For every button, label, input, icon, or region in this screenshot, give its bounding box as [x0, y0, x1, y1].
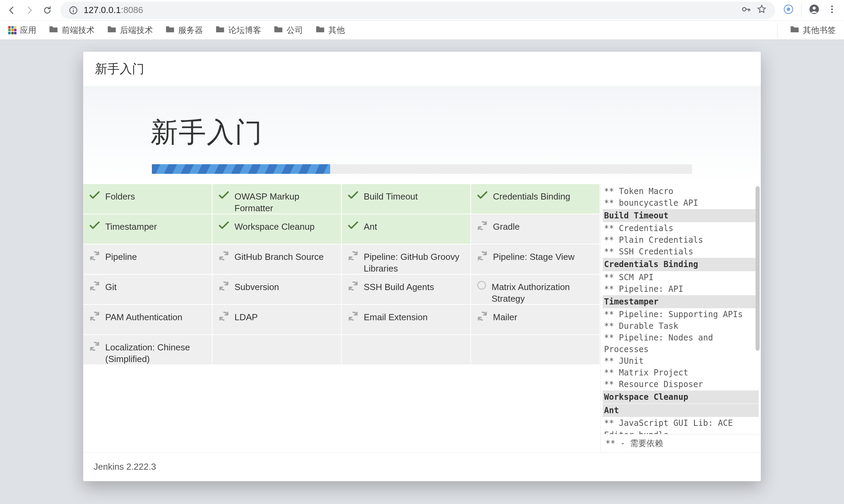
address-bar[interactable]: 127.0.0.1:8086: [60, 2, 775, 19]
scrollbar-thumb[interactable]: [756, 186, 760, 351]
plugin-cell: Ant: [342, 214, 471, 244]
folder-icon: [274, 25, 283, 35]
plugin-cell: Git: [83, 275, 213, 305]
svg-rect-2: [73, 8, 74, 9]
folder-icon: [49, 25, 58, 35]
svg-point-5: [787, 8, 790, 11]
star-icon[interactable]: [757, 4, 767, 16]
loading-icon: [477, 251, 487, 261]
plugin-name: Pipeline: Stage View: [493, 251, 575, 263]
apps-label: 应用: [20, 25, 36, 36]
separator: [801, 4, 801, 17]
bookmark-label: 前端技术: [62, 25, 95, 36]
install-log[interactable]: ** Token Macro** bouncycastle APIBuild T…: [601, 184, 761, 434]
progress-fill: [152, 164, 330, 174]
bookmark-label: 后端技术: [120, 25, 153, 36]
log-dependency: ** Credentials: [604, 223, 757, 234]
bookmarks-bar: 应用 前端技术 后端技术 服务器 论坛博客 公司 其他 其他书签: [0, 21, 844, 40]
log-heading: Timestamper: [603, 295, 759, 308]
bookmark-folder[interactable]: 前端技术: [49, 25, 95, 36]
plugin-cell: Build Timeout: [342, 184, 471, 214]
pending-icon: [477, 281, 486, 290]
loading-icon: [219, 251, 229, 261]
plugin-cell: Timestamper: [83, 214, 213, 244]
log-dependency: ** Durable Task: [604, 320, 757, 332]
loading-icon: [219, 281, 229, 291]
reload-button[interactable]: [43, 5, 52, 15]
bookmark-folder[interactable]: 服务器: [165, 25, 203, 36]
plugin-cell: Email Extension: [342, 305, 471, 335]
plugin-name: Subversion: [234, 281, 279, 293]
plugin-cell: OWASP Markup Formatter: [213, 184, 342, 214]
url-port: :8086: [121, 5, 143, 15]
log-dependency: ** JavaScript GUI Lib: ACE Editor bundle: [604, 417, 757, 434]
plugin-name: Email Extension: [364, 311, 427, 323]
loading-icon: [89, 281, 100, 291]
back-button[interactable]: [7, 5, 16, 15]
log-heading: Credentials Binding: [603, 258, 759, 271]
plugin-cell: Subversion: [213, 275, 342, 305]
bookmark-label: 论坛博客: [228, 25, 261, 36]
plugin-cell: PAM Authentication: [83, 305, 213, 335]
log-dependency: ** Pipeline: Nodes and Processes: [604, 332, 757, 355]
bookmark-folder[interactable]: 论坛博客: [215, 25, 261, 36]
bookmark-label: 公司: [287, 25, 303, 36]
plugin-cell: Folders: [83, 184, 213, 214]
plugin-name: Mailer: [493, 311, 517, 323]
plugin-name: SSH Build Agents: [364, 281, 434, 293]
folder-icon: [165, 25, 175, 35]
key-icon[interactable]: [741, 4, 751, 16]
plugin-name: Build Timeout: [364, 190, 418, 203]
plugin-cell-empty: [213, 335, 342, 365]
plugin-cell: LDAP: [213, 305, 342, 335]
extension-icon[interactable]: [783, 4, 794, 16]
check-icon: [219, 190, 229, 201]
plugin-cell-empty: [471, 335, 600, 365]
log-heading: Ant: [603, 404, 759, 417]
plugin-name: Localization: Chinese (Simplified): [105, 341, 206, 365]
plugin-name: Gradle: [493, 220, 520, 233]
apps-icon: [8, 26, 16, 34]
loading-icon: [348, 251, 358, 261]
folder-icon: [790, 25, 799, 35]
plugin-cell: GitHub Branch Source: [213, 244, 342, 275]
plugin-name: Pipeline: GitHub Groovy Libraries: [364, 251, 464, 275]
url-host: 127.0.0.1: [84, 5, 121, 15]
plugin-cell: Matrix Authorization Strategy: [471, 275, 600, 305]
loading-icon: [89, 251, 100, 261]
wizard-footer: Jenkins 2.222.3: [83, 452, 761, 481]
plugin-name: Git: [105, 281, 117, 293]
install-log-panel: ** Token Macro** bouncycastle APIBuild T…: [600, 184, 761, 452]
apps-button[interactable]: 应用: [8, 25, 36, 36]
kebab-menu-icon[interactable]: [827, 4, 837, 16]
plugin-cell: Credentials Binding: [471, 184, 600, 214]
log-dependency: ** bouncycastle API: [604, 197, 757, 209]
other-bookmarks[interactable]: 其他书签: [790, 25, 836, 36]
plugin-cell: Pipeline: GitHub Groovy Libraries: [342, 244, 471, 275]
plugin-name: Pipeline: [105, 251, 137, 263]
log-footer: ** - 需要依赖: [601, 434, 761, 452]
site-info-icon[interactable]: [69, 5, 78, 15]
loading-icon: [477, 311, 487, 321]
profile-avatar[interactable]: [809, 4, 819, 16]
wizard-header: 新手入门: [83, 52, 761, 87]
plugin-name: Matrix Authorization Strategy: [492, 281, 593, 305]
log-dependency: ** Plain Credentials: [604, 234, 757, 246]
plugin-cell: Workspace Cleanup: [213, 214, 342, 244]
plugin-name: GitHub Branch Source: [234, 251, 324, 263]
plugin-cell: Gradle: [471, 214, 600, 244]
loading-icon: [89, 311, 100, 321]
log-dependency: ** SCM API: [604, 272, 757, 283]
bookmark-folder[interactable]: 其他: [315, 25, 345, 36]
loading-icon: [348, 281, 358, 291]
plugin-cell: SSH Build Agents: [342, 275, 471, 305]
folder-icon: [315, 25, 325, 35]
svg-point-9: [831, 8, 833, 10]
check-icon: [89, 190, 100, 201]
bookmark-folder[interactable]: 公司: [274, 25, 303, 36]
forward-button[interactable]: [25, 5, 34, 15]
bookmark-folder[interactable]: 后端技术: [107, 25, 153, 36]
check-icon: [477, 190, 487, 201]
folder-icon: [107, 25, 117, 35]
plugin-cell: Mailer: [471, 305, 600, 335]
